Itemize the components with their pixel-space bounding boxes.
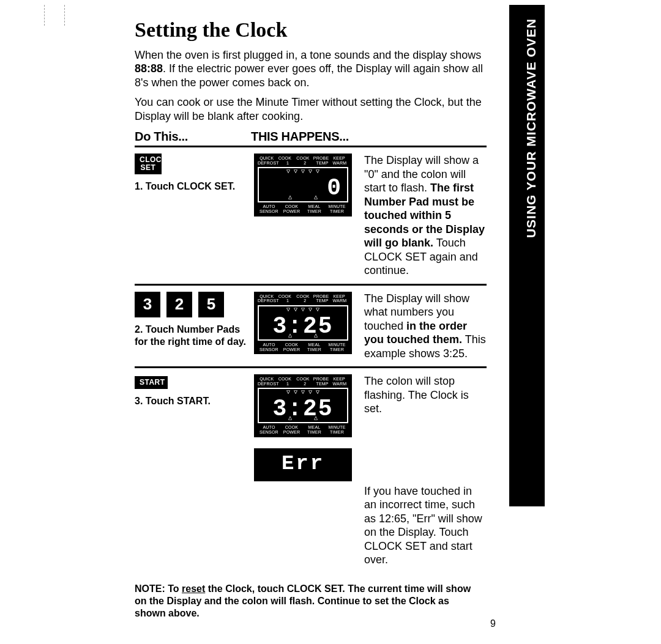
column-headers: Do This... This Happens... [135, 129, 487, 147]
step-row-3: START 3. Touch START. QUICKCOOKCOOKPROBE… [135, 368, 487, 573]
err-display: Err [254, 448, 352, 482]
clock-set-button: CLOCK SET [135, 154, 162, 174]
header-do-this: Do This... [135, 129, 251, 144]
step3-right: The colon will stop flashing. The Clock … [355, 374, 487, 567]
number-pads: 3 2 5 [135, 292, 248, 317]
scan-artifact [44, 5, 65, 26]
start-button: START [135, 376, 168, 389]
step2-action: 2. Touch Number Pads for the right time … [135, 324, 248, 348]
step1-right: The Display will show a "0" and the colo… [355, 154, 487, 278]
manual-page: USING YOUR MICROWAVE OVEN Setting the Cl… [0, 0, 661, 644]
page-title: Setting the Clock [135, 17, 551, 43]
step1-action: 1. Touch CLOCK SET. [135, 180, 248, 193]
header-this-happens: This Happens... [251, 129, 349, 144]
display-panel-1: QUICKCOOKCOOKPROBEKEEP DEFROST12TEMPWARM… [254, 154, 352, 217]
numpad-3: 3 [135, 292, 160, 317]
section-label-vertical: USING YOUR MICROWAVE OVEN [523, 18, 539, 238]
intro-p1c: . If the electric power ever goes off, t… [135, 62, 483, 89]
display-panel-2: QUICKCOOKCOOKPROBEKEEP DEFROST12TEMPWARM… [254, 292, 352, 355]
step1-left: CLOCK SET 1. Touch CLOCK SET. [135, 154, 254, 193]
intro-p1: When the oven is first plugged in, a ton… [135, 48, 487, 90]
note-reset: NOTE: To reset the Clock, touch CLOCK SE… [135, 583, 477, 620]
intro-p2: You can cook or use the Minute Timer wit… [135, 95, 487, 123]
step2-left: 3 2 5 2. Touch Number Pads for the right… [135, 292, 254, 348]
intro-p1a: When the oven is first plugged in, a ton… [135, 49, 481, 61]
step3-action: 3. Touch START. [135, 395, 248, 407]
page-number: 9 [490, 618, 496, 630]
numpad-2: 2 [166, 292, 192, 317]
step-row-1: CLOCK SET 1. Touch CLOCK SET. QUICKCOOKC… [135, 147, 487, 286]
step3-left: START 3. Touch START. [135, 374, 254, 407]
err-explanation: If you have touched in an incorrect time… [364, 484, 487, 567]
display-panel-3: QUICKCOOKCOOKPROBEKEEP DEFROST12TEMPWARM… [254, 374, 352, 437]
numpad-5: 5 [198, 292, 224, 317]
step-row-2: 3 2 5 2. Touch Number Pads for the right… [135, 286, 487, 369]
step2-right: The Display will show what numbers you t… [355, 292, 487, 361]
step2-display: QUICKCOOKCOOKPROBEKEEP DEFROST12TEMPWARM… [254, 292, 355, 355]
step3-display: QUICKCOOKCOOKPROBEKEEP DEFROST12TEMPWARM… [254, 374, 355, 481]
intro-p1b-bold: 88:88 [135, 62, 163, 75]
step1-display: QUICKCOOKCOOKPROBEKEEP DEFROST12TEMPWARM… [254, 154, 355, 217]
intro-block: When the oven is first plugged in, a ton… [135, 48, 487, 124]
